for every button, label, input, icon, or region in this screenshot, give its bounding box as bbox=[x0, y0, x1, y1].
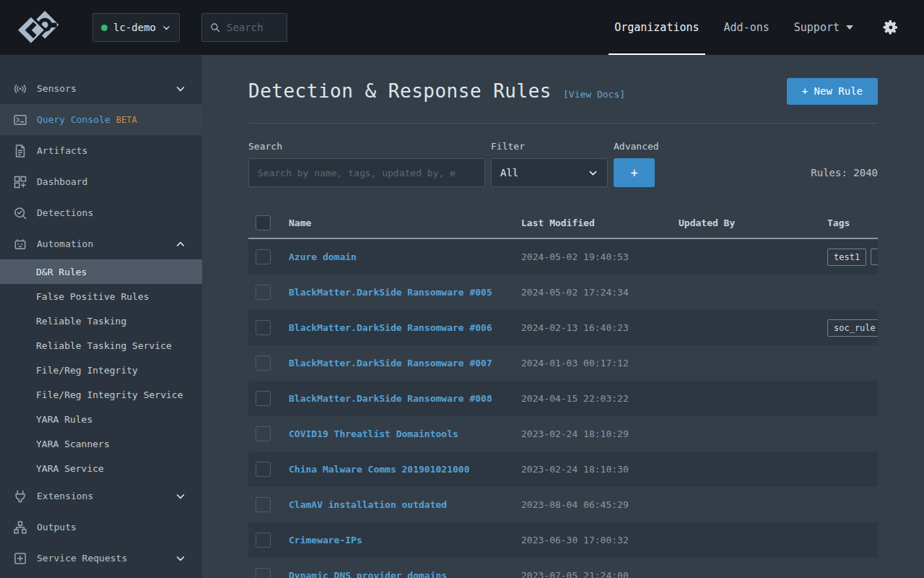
sidebar-item-false-positive-rules[interactable]: False Positive Rules bbox=[0, 284, 202, 309]
sidebar-item-d-r-rules[interactable]: D&R Rules bbox=[0, 259, 202, 284]
advanced-filter-button[interactable]: + bbox=[614, 158, 655, 187]
rule-name-link[interactable]: COVID19 Threatlist Domaintools bbox=[289, 428, 521, 439]
rule-name-link[interactable]: ClamAV installation outdated bbox=[289, 499, 521, 510]
sidebar-item-file-reg-integrity[interactable]: File/Reg Integrity bbox=[0, 358, 202, 382]
table-row[interactable]: Dynamic DNS provider domains 2023-07-05 … bbox=[248, 558, 878, 578]
row-checkbox[interactable] bbox=[256, 285, 271, 300]
chevron-up-icon bbox=[175, 238, 186, 250]
sidebar-item-reliable-tasking[interactable]: Reliable Tasking bbox=[0, 309, 202, 333]
sidebar-item-query-console[interactable]: Query Console BETA bbox=[0, 104, 202, 135]
filter-select[interactable]: All bbox=[491, 158, 608, 187]
filter-selected-value: All bbox=[500, 167, 518, 178]
rule-tags: test1 bbox=[827, 249, 878, 266]
search-icon bbox=[209, 22, 221, 33]
rule-last-modified: 2024-02-13 16:40:23 bbox=[521, 322, 679, 333]
table-body: Azure domain 2024-05-02 19:40:53 test1 B… bbox=[248, 239, 878, 578]
chevron-down-icon bbox=[175, 553, 186, 564]
table-row[interactable]: Crimeware-IPs 2023-06-30 17:00:32 bbox=[248, 522, 878, 558]
new-rule-button[interactable]: + New Rule bbox=[787, 78, 878, 105]
rule-name-link[interactable]: Crimeware-IPs bbox=[289, 535, 521, 545]
rule-name-link[interactable]: BlackMatter.DarkSide Ransomware #007 bbox=[289, 358, 521, 368]
row-checkbox[interactable] bbox=[256, 426, 271, 441]
sidebar-item-service-requests[interactable]: Service Requests bbox=[0, 543, 202, 574]
row-checkbox[interactable] bbox=[256, 462, 271, 477]
sidebar-subitem-label: False Positive Rules bbox=[36, 291, 149, 302]
topbar-nav-item-support[interactable]: Support bbox=[794, 0, 853, 55]
view-docs-link[interactable]: [View Docs] bbox=[563, 89, 625, 100]
row-checkbox[interactable] bbox=[256, 320, 271, 335]
column-header-tags: Tags bbox=[827, 217, 878, 228]
main-content: Detection & Response Rules [View Docs] +… bbox=[202, 55, 924, 578]
table-row[interactable]: BlackMatter.DarkSide Ransomware #007 202… bbox=[248, 345, 878, 381]
row-checkbox[interactable] bbox=[256, 497, 271, 512]
rules-search-input[interactable] bbox=[248, 158, 485, 187]
sidebar-subitem-label: YARA Service bbox=[36, 463, 104, 474]
detections-icon bbox=[13, 206, 27, 220]
org-status-dot bbox=[101, 25, 108, 31]
sidebar-subitem-label: YARA Rules bbox=[36, 414, 92, 425]
sidebar-subitem-label: Reliable Tasking bbox=[36, 316, 126, 327]
search-label: Search bbox=[248, 141, 485, 152]
table-row[interactable]: BlackMatter.DarkSide Ransomware #008 202… bbox=[248, 381, 878, 416]
row-checkbox[interactable] bbox=[256, 355, 271, 371]
tag-chip: soc_rule bbox=[827, 319, 878, 337]
filter-controls: Search Filter All Advanced + Rules: 2040 bbox=[248, 141, 878, 187]
sensors-icon bbox=[13, 82, 27, 96]
sidebar-subitem-label: File/Reg Integrity bbox=[36, 365, 138, 376]
sidebar-item-file-reg-integrity-service[interactable]: File/Reg Integrity Service bbox=[0, 382, 202, 407]
sidebar-item-sensors[interactable]: Sensors bbox=[0, 73, 202, 104]
rule-name-link[interactable]: BlackMatter.DarkSide Ransomware #006 bbox=[289, 322, 521, 333]
row-checkbox[interactable] bbox=[256, 391, 271, 406]
table-row[interactable]: COVID19 Threatlist Domaintools 2023-02-2… bbox=[248, 416, 878, 452]
sidebar-item-outputs[interactable]: Outputs bbox=[0, 512, 202, 543]
sidebar-item-reliable-tasking-service[interactable]: Reliable Tasking Service bbox=[0, 333, 202, 358]
rule-name-link[interactable]: BlackMatter.DarkSide Ransomware #008 bbox=[289, 393, 521, 404]
sidebar-item-dashboard[interactable]: Dashboard bbox=[0, 166, 202, 197]
sidebar-item-yara-rules[interactable]: YARA Rules bbox=[0, 407, 202, 431]
sidebar-subitem-label: Reliable Tasking Service bbox=[36, 340, 172, 351]
sidebar: Sensors Query Console BETA Artifacts Das… bbox=[0, 55, 202, 578]
page-title: Detection & Response Rules bbox=[248, 80, 552, 102]
row-checkbox[interactable] bbox=[256, 532, 271, 548]
rule-last-modified: 2024-04-15 22:03:22 bbox=[521, 393, 679, 404]
table-row[interactable]: China Malware Comms 201901021000 2023-02… bbox=[248, 452, 878, 487]
sidebar-subitem-label: YARA Scanners bbox=[36, 439, 110, 449]
sidebar-item-artifacts[interactable]: Artifacts bbox=[0, 135, 202, 166]
rule-name-link[interactable]: Azure domain bbox=[289, 251, 521, 262]
sidebar-item-yara-scanners[interactable]: YARA Scanners bbox=[0, 431, 202, 456]
rule-name-link[interactable]: China Malware Comms 201901021000 bbox=[289, 464, 521, 475]
advanced-label: Advanced bbox=[614, 141, 659, 152]
square-plus-icon bbox=[13, 551, 27, 566]
rule-last-modified: 2024-05-02 17:24:34 bbox=[521, 287, 679, 298]
topbar-nav-item-organizations[interactable]: Organizations bbox=[614, 0, 699, 55]
table-row[interactable]: BlackMatter.DarkSide Ransomware #006 202… bbox=[248, 310, 878, 345]
sidebar-subitem-label: D&R Rules bbox=[36, 267, 87, 277]
topbar-nav-item-add-ons[interactable]: Add-ons bbox=[724, 0, 770, 55]
document-icon bbox=[13, 144, 27, 158]
sidebar-subitem-label: File/Reg Integrity Service bbox=[36, 389, 183, 400]
rule-name-link[interactable]: BlackMatter.DarkSide Ransomware #005 bbox=[289, 287, 521, 298]
table-row[interactable]: Azure domain 2024-05-02 19:40:53 test1 bbox=[248, 239, 878, 275]
sidebar-item-extensions[interactable]: Extensions bbox=[0, 480, 202, 512]
table-row[interactable]: BlackMatter.DarkSide Ransomware #005 202… bbox=[248, 275, 878, 310]
limacharlie-logo[interactable] bbox=[14, 7, 62, 48]
tag-chip bbox=[871, 249, 878, 265]
row-checkbox[interactable] bbox=[256, 568, 271, 578]
rule-name-link[interactable]: Dynamic DNS provider domains bbox=[289, 570, 521, 578]
terminal-icon bbox=[13, 113, 27, 127]
sidebar-item-yara-service[interactable]: YARA Service bbox=[0, 456, 202, 480]
sidebar-item-detections[interactable]: Detections bbox=[0, 197, 202, 228]
gear-icon[interactable] bbox=[882, 19, 899, 36]
global-search[interactable] bbox=[201, 13, 287, 42]
table-row[interactable]: ClamAV installation outdated 2023-08-04 … bbox=[248, 487, 878, 522]
row-checkbox[interactable] bbox=[256, 249, 271, 264]
select-all-checkbox[interactable] bbox=[256, 215, 271, 230]
global-search-input[interactable] bbox=[227, 22, 277, 33]
caret-down-icon bbox=[846, 25, 853, 30]
rule-tags: soc_rule bbox=[827, 319, 878, 337]
org-selector[interactable]: lc-demo bbox=[92, 13, 180, 42]
rule-last-modified: 2024-01-03 00:17:12 bbox=[521, 358, 679, 368]
org-name: lc-demo bbox=[113, 22, 156, 33]
sidebar-item-automation[interactable]: Automation bbox=[0, 228, 202, 259]
dashboard-icon bbox=[13, 175, 27, 189]
